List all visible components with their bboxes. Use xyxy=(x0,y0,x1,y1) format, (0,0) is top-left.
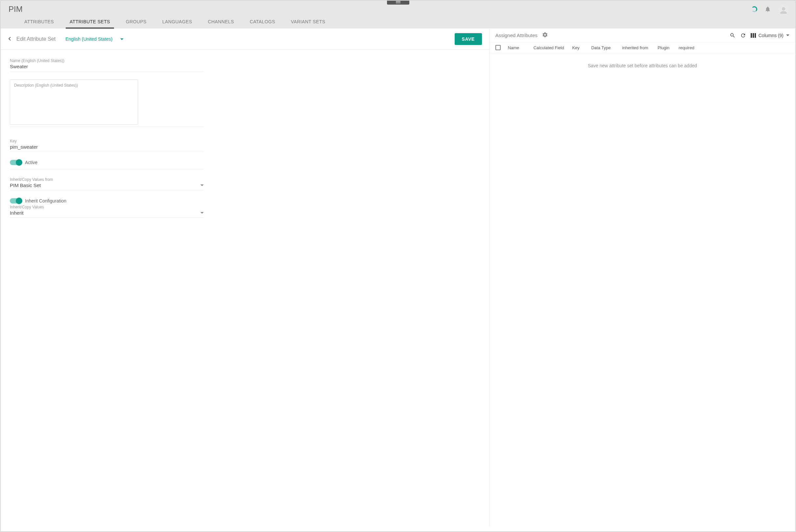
tab-bar: ATTRIBUTES ATTRIBUTE SETS GROUPS LANGUAG… xyxy=(1,15,795,28)
tab-variant-sets[interactable]: VARIANT SETS xyxy=(291,19,326,28)
assigned-attributes-title: Assigned Attributes xyxy=(495,33,538,38)
columns-label: Columns (9) xyxy=(759,33,783,38)
columns-icon xyxy=(750,33,756,38)
tab-groups[interactable]: GROUPS xyxy=(126,19,146,28)
top-drag-handle[interactable] xyxy=(387,0,409,5)
app-title: PIM xyxy=(8,5,23,14)
notifications-icon[interactable] xyxy=(764,6,771,13)
col-required[interactable]: required xyxy=(679,45,696,50)
menu-lines-icon xyxy=(396,1,400,4)
language-label: English (United States) xyxy=(66,36,112,42)
tab-attribute-sets[interactable]: ATTRIBUTE SETS xyxy=(70,19,110,28)
key-input[interactable] xyxy=(10,144,204,150)
col-key[interactable]: Key xyxy=(572,45,584,50)
inherit-mode-dropdown-icon[interactable] xyxy=(200,212,204,214)
inherit-from-label: Inherit/Copy Values from xyxy=(10,177,53,182)
columns-picker[interactable]: Columns (9) xyxy=(750,33,790,38)
back-chevron-icon[interactable] xyxy=(8,36,12,42)
col-inherited-from[interactable]: inherited from xyxy=(622,45,650,50)
select-all-checkbox[interactable] xyxy=(495,45,501,50)
user-avatar[interactable] xyxy=(778,4,789,15)
inherit-from-dropdown-icon[interactable] xyxy=(200,185,204,186)
tab-languages[interactable]: LANGUAGES xyxy=(162,19,192,28)
refresh-icon[interactable] xyxy=(740,33,746,38)
gear-icon[interactable] xyxy=(542,32,548,39)
language-picker[interactable]: English (United States) xyxy=(66,36,124,42)
active-toggle[interactable] xyxy=(10,160,22,165)
inherit-mode-label: Inherit/Copy Values xyxy=(10,205,44,209)
tab-catalogs[interactable]: CATALOGS xyxy=(250,19,275,28)
tab-channels[interactable]: CHANNELS xyxy=(208,19,234,28)
description-label: Description (English (United States)) xyxy=(14,83,134,88)
col-plugin[interactable]: Plugin xyxy=(658,45,671,50)
description-input[interactable]: Description (English (United States)) xyxy=(10,79,138,125)
col-data-type[interactable]: Data Type xyxy=(591,45,615,50)
key-label: Key xyxy=(10,139,204,144)
name-label: Name (English (United States)) xyxy=(10,58,204,63)
tab-attributes[interactable]: ATTRIBUTES xyxy=(24,19,54,28)
name-input[interactable] xyxy=(10,64,204,69)
caret-down-icon xyxy=(120,38,124,40)
loading-spinner-icon xyxy=(751,6,757,12)
inherit-mode-value: Inherit xyxy=(10,210,44,216)
search-icon[interactable] xyxy=(730,33,736,38)
save-button[interactable]: SAVE xyxy=(455,33,482,45)
page-title: Edit Attribute Set xyxy=(16,36,55,42)
inherit-config-toggle[interactable] xyxy=(10,198,22,204)
caret-down-icon xyxy=(786,35,790,36)
table-header: Name Calculated Field Key Data Type inhe… xyxy=(489,42,795,53)
col-name[interactable]: Name xyxy=(508,45,526,50)
empty-state-message: Save new attribute set before attributes… xyxy=(489,53,795,78)
inherit-config-label: Inherit Configuration xyxy=(25,198,66,204)
inherit-from-value: PIM Basic Set xyxy=(10,183,53,188)
col-calculated[interactable]: Calculated Field xyxy=(533,45,565,50)
active-label: Active xyxy=(25,160,37,165)
